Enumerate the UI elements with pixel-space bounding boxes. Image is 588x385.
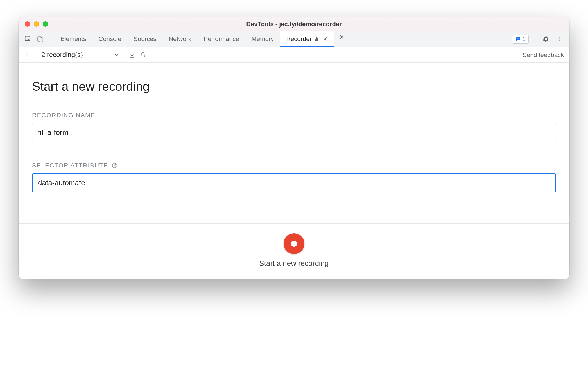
tab-network[interactable]: Network — [162, 31, 198, 47]
devtools-window: DevTools - jec.fyi/demo/recorder Element… — [19, 17, 569, 279]
panel-tabs: Elements Console Sources Network Perform… — [54, 31, 334, 47]
delete-icon[interactable] — [138, 49, 149, 60]
divider — [123, 50, 123, 60]
window-title: DevTools - jec.fyi/demo/recorder — [19, 21, 569, 28]
tabstrip-left-tools — [22, 31, 48, 47]
tab-performance[interactable]: Performance — [198, 31, 245, 47]
tab-memory[interactable]: Memory — [245, 31, 280, 47]
recording-name-field: RECORDING NAME — [32, 112, 556, 142]
tabstrip-right-tools: 1 — [503, 31, 566, 47]
tab-label: Performance — [204, 35, 239, 43]
recorder-footer: Start a new recording — [19, 223, 569, 279]
svg-rect-3 — [517, 38, 519, 39]
close-tab-icon[interactable]: ✕ — [323, 36, 328, 42]
start-recording-button[interactable] — [284, 233, 304, 254]
export-icon[interactable] — [126, 49, 138, 60]
inspect-element-icon[interactable] — [22, 33, 34, 45]
label-text: SELECTOR ATTRIBUTE — [32, 162, 108, 169]
selector-attribute-label: SELECTOR ATTRIBUTE — [32, 162, 556, 169]
svg-point-5 — [559, 38, 560, 40]
kebab-menu-icon[interactable] — [554, 33, 566, 45]
issues-button[interactable]: 1 — [512, 35, 529, 44]
tab-recorder[interactable]: Recorder ✕ — [280, 31, 334, 47]
divider — [36, 50, 36, 60]
zoom-window-button[interactable] — [43, 21, 48, 27]
minimize-window-button[interactable] — [34, 21, 39, 27]
send-feedback-link[interactable]: Send feedback — [523, 51, 564, 58]
tab-label: Console — [99, 35, 121, 43]
divider — [51, 34, 51, 44]
new-recording-button[interactable] — [21, 49, 33, 60]
tab-elements[interactable]: Elements — [54, 31, 92, 47]
svg-rect-2 — [40, 38, 43, 42]
svg-point-4 — [559, 37, 560, 38]
issues-count: 1 — [523, 36, 526, 42]
titlebar: DevTools - jec.fyi/demo/recorder — [19, 17, 569, 31]
recorder-content: Start a new recording RECORDING NAME SEL… — [19, 63, 569, 223]
label-text: RECORDING NAME — [32, 112, 95, 119]
flask-icon — [314, 36, 320, 42]
record-dot-icon — [291, 241, 297, 247]
close-window-button[interactable] — [25, 21, 30, 27]
svg-point-8 — [114, 167, 115, 167]
device-toolbar-icon[interactable] — [35, 33, 46, 45]
recorder-toolbar: 2 recording(s) Send feedback — [19, 47, 569, 63]
chevron-down-icon — [114, 52, 119, 58]
tab-label: Sources — [134, 35, 156, 43]
tab-label: Recorder — [286, 35, 311, 43]
more-tabs-icon[interactable] — [336, 31, 347, 43]
recording-name-input[interactable] — [32, 123, 556, 142]
recordings-count-label: 2 recording(s) — [41, 51, 83, 59]
recordings-dropdown[interactable]: 2 recording(s) — [40, 51, 119, 59]
selector-attribute-input[interactable] — [32, 173, 556, 192]
settings-icon[interactable] — [540, 33, 551, 45]
selector-attribute-field: SELECTOR ATTRIBUTE — [32, 162, 556, 192]
start-recording-label: Start a new recording — [259, 259, 329, 268]
devtools-tabstrip: Elements Console Sources Network Perform… — [19, 31, 569, 47]
tab-label: Network — [169, 35, 191, 43]
tab-label: Memory — [252, 35, 274, 43]
page-title: Start a new recording — [32, 80, 556, 94]
help-icon[interactable] — [112, 162, 118, 169]
tab-console[interactable]: Console — [92, 31, 128, 47]
window-controls — [25, 21, 48, 27]
tab-label: Elements — [60, 35, 86, 43]
svg-point-6 — [559, 40, 560, 42]
tab-sources[interactable]: Sources — [127, 31, 162, 47]
recording-name-label: RECORDING NAME — [32, 112, 556, 119]
